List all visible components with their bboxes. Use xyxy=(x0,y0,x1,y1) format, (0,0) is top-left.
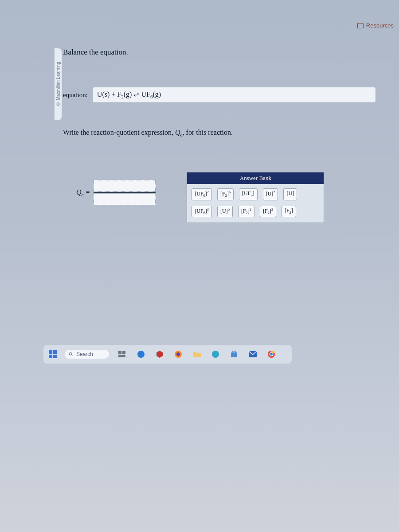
denominator-slot[interactable] xyxy=(94,194,156,205)
answer-tile[interactable]: [F2]2 xyxy=(238,206,254,217)
answer-tile[interactable]: [F2]6 xyxy=(217,188,234,200)
svg-rect-3 xyxy=(122,351,125,354)
resources-label: Resources xyxy=(366,22,394,29)
answer-tile[interactable]: [U]2 xyxy=(263,188,278,200)
app-icon-1[interactable] xyxy=(136,349,146,360)
answer-tile[interactable]: [UF6]2 xyxy=(192,188,212,200)
svg-point-0 xyxy=(69,352,72,355)
answer-tile[interactable]: [F2]3 xyxy=(260,206,276,217)
answer-tile[interactable]: [F2] xyxy=(282,206,296,217)
file-explorer-icon[interactable] xyxy=(192,349,202,360)
work-area: Qc = Answer Bank [UF6]2[F2]6[UF6][U]2[U]… xyxy=(63,172,387,223)
taskview-icon[interactable] xyxy=(117,349,128,360)
firefox-icon[interactable] xyxy=(173,349,184,360)
prompt-balance: Balance the equation. xyxy=(63,48,387,57)
svg-rect-4 xyxy=(118,355,125,357)
edge-icon[interactable] xyxy=(210,349,221,360)
answer-bank-header: Answer Bank xyxy=(187,172,324,184)
answer-tile[interactable]: [U] xyxy=(283,188,297,200)
fraction-bar xyxy=(94,192,156,193)
svg-line-1 xyxy=(72,355,73,356)
store-icon[interactable] xyxy=(229,349,239,360)
qc-base: Q xyxy=(76,188,82,196)
qc-eq: = xyxy=(84,188,90,196)
taskbar-search[interactable]: Search xyxy=(65,350,109,359)
prompt-reaction-quotient: Write the reaction-quotient expression, … xyxy=(63,129,387,137)
toolbar-resources[interactable]: Resources xyxy=(357,22,394,29)
question-content: Balance the equation. equation: U(s) + F… xyxy=(63,48,387,223)
svg-rect-2 xyxy=(118,351,121,354)
numerator-slot[interactable] xyxy=(94,180,156,192)
p2-pre: Write the reaction-quotient expression, xyxy=(63,129,175,136)
svg-point-7 xyxy=(176,352,180,356)
svg-point-14 xyxy=(270,353,273,356)
fraction xyxy=(94,180,156,205)
publisher-tab[interactable]: © Macmillan Learning xyxy=(54,48,62,121)
windows-taskbar: Search xyxy=(43,345,292,364)
p2-post: , for this reaction. xyxy=(183,129,233,136)
equation-input[interactable]: U(s) + F2(g) ⇌ UF6(g) xyxy=(92,87,376,103)
chrome-icon[interactable] xyxy=(266,349,277,360)
answer-tile[interactable]: [UF6]3 xyxy=(192,206,212,217)
svg-rect-10 xyxy=(233,351,235,353)
equation-label: equation: xyxy=(63,91,88,99)
svg-point-8 xyxy=(212,351,219,358)
mail-icon[interactable] xyxy=(247,349,258,360)
app-icon-2[interactable] xyxy=(154,349,165,360)
p2-var: Q xyxy=(175,129,180,136)
start-button[interactable] xyxy=(49,350,57,358)
publisher-label: © Macmillan Learning xyxy=(56,62,61,107)
qc-expression: Qc = xyxy=(76,180,156,205)
resources-icon xyxy=(357,23,364,28)
qc-label: Qc = xyxy=(76,188,90,197)
search-icon xyxy=(68,352,74,357)
answer-bank: Answer Bank [UF6]2[F2]6[UF6][U]2[U][UF6]… xyxy=(187,172,324,223)
search-placeholder: Search xyxy=(76,351,93,357)
svg-point-5 xyxy=(137,351,145,358)
answer-tile[interactable]: [U]6 xyxy=(217,206,233,217)
answer-tile[interactable]: [UF6] xyxy=(239,188,258,200)
answer-bank-body: [UF6]2[F2]6[UF6][U]2[U][UF6]3[U]6[F2]2[F… xyxy=(187,184,324,223)
equation-row: equation: U(s) + F2(g) ⇌ UF6(g) xyxy=(63,87,387,103)
